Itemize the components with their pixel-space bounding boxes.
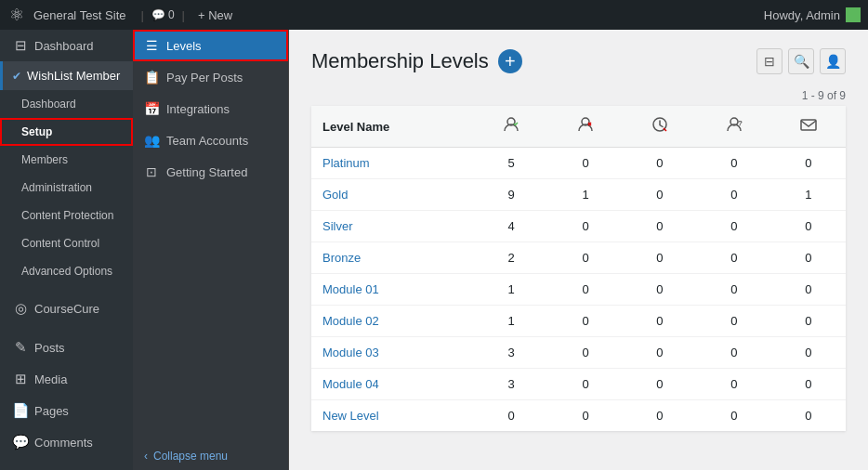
sub-sidebar-item-levels[interactable]: ☰ Levels: [133, 30, 288, 61]
sidebar-item-administration[interactable]: Administration: [0, 174, 133, 202]
level-name-cell[interactable]: Bronze: [311, 242, 474, 274]
cancelled-count-cell: 1: [548, 179, 623, 211]
avatar: [846, 7, 861, 22]
level-name-cell[interactable]: Gold: [311, 179, 474, 211]
expired-count-cell: 0: [623, 242, 697, 274]
level-name-cell[interactable]: Module 01: [311, 274, 474, 306]
table-toolbar: 1 - 9 of 9: [311, 89, 846, 102]
email-count-cell: 0: [771, 400, 846, 432]
pending-count-cell: 0: [697, 242, 771, 274]
table-row: Platinum 5 0 0 0 0: [311, 148, 846, 179]
level-name-cell[interactable]: Platinum: [311, 148, 474, 179]
page-title: Membership Levels: [311, 49, 489, 73]
pending-count-cell: 0: [697, 369, 771, 400]
export-icon[interactable]: ⊟: [756, 48, 783, 74]
getting-started-icon: ⊡: [144, 164, 159, 179]
collapse-menu[interactable]: ‹ Collapse menu: [133, 442, 288, 470]
expired-count-cell: 0: [623, 148, 697, 179]
col-email: [771, 106, 846, 148]
col-pending: ?: [697, 106, 771, 148]
pending-count-cell: 0: [697, 400, 771, 432]
col-active: [474, 106, 548, 148]
email-count-cell: 0: [771, 306, 846, 337]
active-count-cell: 3: [474, 369, 548, 400]
level-name-cell[interactable]: Module 02: [311, 306, 474, 337]
svg-rect-4: [801, 120, 816, 130]
expired-count-cell: 0: [623, 274, 697, 306]
sub-sidebar: ☰ Levels 📋 Pay Per Posts 📅 Integrations …: [133, 30, 289, 470]
pending-count-cell: 0: [697, 179, 771, 211]
header-icons: ⊟ 🔍 👤: [756, 48, 846, 74]
cancelled-count-cell: 0: [548, 148, 623, 179]
email-count-cell: 0: [771, 337, 846, 369]
email-count-cell: 0: [771, 369, 846, 400]
sidebar-item-content-control[interactable]: Content Control: [0, 229, 133, 257]
sidebar-item-content-protection[interactable]: Content Protection: [0, 202, 133, 229]
integrations-icon: 📅: [144, 101, 159, 116]
active-count-cell: 1: [474, 306, 548, 337]
table-row: Module 03 3 0 0 0 0: [311, 337, 846, 369]
pagination-info: 1 - 9 of 9: [802, 89, 846, 102]
sub-sidebar-item-integrations[interactable]: 📅 Integrations: [133, 93, 288, 124]
new-button[interactable]: + New: [192, 5, 238, 26]
expired-count-cell: 0: [623, 306, 697, 337]
expired-count-cell: 0: [623, 369, 697, 400]
media-icon: ⊞: [12, 371, 29, 387]
sidebar-item-dashboard-sub[interactable]: Dashboard: [0, 90, 133, 118]
active-count-cell: 9: [474, 179, 548, 211]
search-icon[interactable]: 🔍: [788, 48, 814, 74]
sidebar-item-pages[interactable]: 📄 Pages: [0, 395, 133, 426]
levels-icon: ☰: [144, 38, 159, 53]
table-row: Module 04 3 0 0 0 0: [311, 369, 846, 400]
sidebar-item-wishlist[interactable]: ✔ WishList Member: [0, 61, 133, 90]
expired-count-cell: 0: [623, 400, 697, 432]
pay-per-posts-icon: 📋: [144, 70, 159, 85]
cancelled-count-cell: 0: [548, 242, 623, 274]
svg-text:?: ?: [738, 119, 743, 127]
sub-sidebar-item-getting-started[interactable]: ⊡ Getting Started: [133, 156, 288, 188]
main-layout: ⊟ Dashboard ✔ WishList Member Dashboard …: [0, 30, 868, 470]
site-name[interactable]: General Test Site: [33, 8, 125, 22]
cancelled-count-cell: 0: [548, 306, 623, 337]
sidebar-item-advanced-options[interactable]: Advanced Options: [0, 257, 133, 285]
levels-table: Level Name ?: [311, 106, 846, 431]
add-level-button[interactable]: +: [498, 49, 522, 73]
level-name-cell[interactable]: Module 03: [311, 337, 474, 369]
team-accounts-icon: 👥: [144, 133, 159, 148]
comments-count[interactable]: 💬 0: [151, 8, 175, 21]
cancelled-count-cell: 0: [548, 369, 623, 400]
sidebar-item-coursecure[interactable]: ◎ CourseCure: [0, 293, 133, 324]
sub-sidebar-item-pay-per-posts[interactable]: 📋 Pay Per Posts: [133, 61, 288, 93]
coursecure-icon: ◎: [12, 300, 29, 317]
check-icon: ✔: [12, 70, 21, 83]
active-count-cell: 5: [474, 148, 548, 179]
cancelled-count-cell: 0: [548, 400, 623, 432]
sidebar-item-media[interactable]: ⊞ Media: [0, 363, 133, 395]
sidebar-item-setup[interactable]: Setup: [0, 118, 133, 146]
user-icon[interactable]: 👤: [820, 48, 846, 74]
sidebar-item-dashboard[interactable]: ⊟ Dashboard: [0, 30, 133, 61]
posts-icon: ✎: [12, 339, 29, 356]
sidebar-item-members[interactable]: Members: [0, 146, 133, 174]
sub-sidebar-item-team-accounts[interactable]: 👥 Team Accounts: [133, 124, 288, 156]
comment-icon: 💬: [151, 8, 165, 21]
col-cancelled: [548, 106, 623, 148]
table-row: Module 02 1 0 0 0 0: [311, 306, 846, 337]
table-row: Module 01 1 0 0 0 0: [311, 274, 846, 306]
table-header-row: Level Name ?: [311, 106, 846, 148]
cancelled-count-cell: 0: [548, 337, 623, 369]
expired-count-cell: 0: [623, 179, 697, 211]
pending-count-cell: 0: [697, 337, 771, 369]
sidebar-item-astra[interactable]: ◉ Astra: [0, 465, 133, 470]
sidebar-item-posts[interactable]: ✎ Posts: [0, 332, 133, 363]
table-row: Silver 4 0 0 0 0: [311, 211, 846, 242]
pending-count-cell: 0: [697, 274, 771, 306]
sidebar-item-comments[interactable]: 💬 Comments: [0, 426, 133, 458]
col-expired: [623, 106, 697, 148]
level-name-cell[interactable]: Module 04: [311, 369, 474, 400]
level-name-cell[interactable]: New Level: [311, 400, 474, 432]
dashboard-icon: ⊟: [12, 37, 29, 54]
wp-logo-icon[interactable]: ⚛: [7, 6, 26, 24]
level-name-cell[interactable]: Silver: [311, 211, 474, 242]
email-count-cell: 0: [771, 211, 846, 242]
